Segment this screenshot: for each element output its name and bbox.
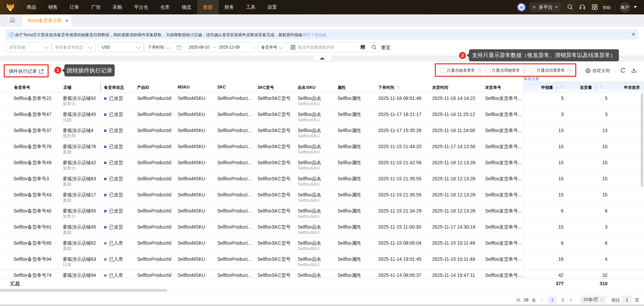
cell-declared: 10 (523, 144, 564, 149)
date-from[interactable]: 2025-09-10 (189, 45, 209, 50)
page-button-1[interactable]: 1 (548, 296, 557, 304)
table-row[interactable]: Sellfox备货单号49赛狐演示店铺42加拿大已送货SellfoxProduc… (0, 157, 644, 173)
horizontal-scrollbar[interactable] (0, 289, 167, 292)
cell-order-time: 2025-11-18 08:01:46 (378, 96, 421, 101)
tab-close-icon[interactable]: ✕ (65, 18, 69, 23)
cell-name-sku: Sellfox品名SellfoxSKU (298, 112, 321, 123)
nav-help[interactable]: 帮助 (603, 5, 611, 11)
help-icon[interactable]: ? (594, 86, 598, 90)
sort-icon[interactable] (561, 85, 564, 89)
nav-item-7[interactable]: 仓库 (154, 0, 176, 14)
cell-skc: SellfoxProduct... (217, 176, 251, 181)
search-icon[interactable] (371, 45, 377, 50)
apps-grid-icon[interactable] (592, 4, 598, 10)
checkbox-settle-anomaly[interactable]: 只显示结算异常 ? (530, 68, 572, 73)
account-avatar[interactable]: 账户 (620, 2, 630, 13)
table-row[interactable]: Sellfox备货单号3赛狐演示店铺63美国已送货SellfoxProductI… (0, 173, 644, 189)
help-icon[interactable]: ? (555, 86, 559, 90)
nav-item-3[interactable]: 订单 (64, 0, 85, 14)
table-row[interactable]: Sellfox备货单号81赛狐演示店铺45美国已送货SellfoxProduct… (0, 221, 644, 237)
help-icon[interactable]: ? (642, 86, 644, 90)
collapse-handle[interactable] (313, 56, 331, 61)
sellfox-logo-icon[interactable] (7, 3, 14, 11)
filter-shop-select[interactable]: 全部店铺 (6, 42, 51, 52)
help-icon[interactable]: ? (477, 68, 482, 73)
banner-close-icon[interactable]: ✕ (632, 32, 635, 37)
nav-item-8[interactable]: 物流 (176, 0, 197, 14)
table-row[interactable]: Sellfox备货单号74赛狐演示店铺94美国已入库SellfoxProduct… (0, 269, 644, 278)
customize-columns-button[interactable]: 自定义列 (585, 68, 610, 74)
filter-status-select[interactable]: 全部备货单状态 (52, 42, 96, 52)
cell-delivered: 13 (568, 128, 607, 133)
date-to[interactable]: 2025-12-09 (219, 45, 239, 50)
help-icon[interactable]: ? (567, 68, 572, 73)
page-button-2[interactable]: 2 (562, 297, 564, 302)
nav-item-12[interactable]: 设置 (261, 0, 283, 14)
vertical-scrollbar[interactable] (641, 93, 643, 187)
checkbox[interactable] (485, 68, 490, 73)
search-field-label[interactable]: 备货单号 (258, 45, 277, 50)
table-row[interactable]: Sellfox备货单号78赛狐演示店铺76美国已送货SellfoxProduct… (0, 141, 644, 157)
table-row[interactable]: Sellfox备货单号85赛狐演示店铺62美国已入库SellfoxProduct… (0, 237, 644, 253)
nav-item-5[interactable]: 采购 (107, 0, 128, 14)
search-input[interactable]: 双击可批量搜索内容 (298, 45, 334, 50)
sort-icon[interactable] (600, 85, 603, 89)
cell-order-no: Sellfox备货单号74 (13, 272, 52, 278)
tab-label: Temu备货单分析 (27, 18, 62, 24)
goto-page-input[interactable]: 1 (621, 296, 633, 304)
table-row[interactable]: Sellfox备货单号40赛狐演示店铺55加拿大已送货SellfoxProduc… (0, 205, 644, 221)
nav-item-1[interactable]: 商品 (21, 0, 42, 14)
col-skc-no: SKC货号 (257, 85, 274, 90)
col-order-time[interactable]: 下单时间 (378, 85, 400, 90)
exact-toggle[interactable]: 精 (360, 44, 365, 50)
nav-item-10[interactable]: 财务 (219, 0, 240, 14)
platform-selector[interactable]: 多平台 (529, 3, 561, 12)
sort-icon[interactable] (397, 85, 400, 89)
nav-item-6[interactable]: 平台仓 (128, 0, 154, 14)
filter-currency-select[interactable]: USD (99, 42, 144, 52)
col-delivered[interactable]: 送货量? (580, 85, 603, 90)
prev-page-button[interactable]: ‹ (541, 296, 542, 302)
nav-item-11[interactable]: 工具 (240, 0, 261, 14)
checkbox-stagnant-anomaly[interactable]: 只显示滞销异常 ? (485, 68, 527, 73)
col-diff[interactable]: 申发差异? (624, 85, 644, 90)
cell-product-id: SellfoxProductId (137, 144, 171, 149)
table-row[interactable]: Sellfox备货单号94赛狐演示店铺63日本已入库SellfoxProduct… (0, 253, 644, 269)
headset-icon[interactable] (579, 4, 585, 10)
checkbox[interactable] (530, 68, 535, 73)
filter-date-range[interactable]: 下单时间 2025-09-10 ~ 2025-12-09 (144, 42, 255, 52)
banner-link[interactable]: 插件下载指南 (302, 33, 327, 37)
cell-msku: SellfoxMSKU (178, 272, 205, 278)
cell-ship-time: 2025-11-18 14:14:22 (432, 96, 475, 101)
refresh-icon[interactable] (620, 68, 626, 73)
cell-ship-time: 2025-11-18 12:13:26 (432, 176, 475, 181)
table-row[interactable]: Sellfox备货单号22赛狐演示店铺92加拿大已送货SellfoxProduc… (0, 93, 644, 109)
home-icon[interactable] (10, 17, 15, 22)
col-label: 送货量 (580, 85, 592, 90)
nav-item-4[interactable]: 广告 (85, 0, 107, 14)
reset-button[interactable]: 重置 (381, 45, 391, 51)
next-page-button[interactable]: › (570, 296, 572, 302)
help-icon[interactable]: ? (522, 68, 527, 73)
column-group-inventory-analysis[interactable]: 库存分析 (523, 76, 539, 82)
date-field-label[interactable]: 下单时间 (144, 45, 164, 50)
page-size-select[interactable]: 20条/页 (580, 296, 606, 304)
search-icon[interactable] (567, 4, 573, 10)
window-scrollbar (0, 304, 644, 306)
nav-item-9[interactable]: 数据 (197, 0, 219, 14)
table-row[interactable]: Sellfox备货单号43赛狐演示店铺17美国已送货SellfoxProduct… (0, 189, 644, 205)
table-row[interactable]: Sellfox备货单号37赛狐演示店铺4墨西哥已送货SellfoxProduct… (0, 125, 644, 141)
status-dot (104, 129, 107, 132)
ai-badge[interactable]: AI (517, 3, 526, 11)
table-body: Sellfox备货单号22赛狐演示店铺92加拿大已送货SellfoxProduc… (0, 93, 644, 278)
account-chevron-icon[interactable] (634, 6, 637, 8)
col-declared[interactable]: 申报量? (541, 85, 564, 90)
download-icon[interactable] (631, 68, 637, 73)
filter-search-group: 备货单号 双击可批量搜索内容 精 (257, 42, 380, 52)
checkbox-recv-anomaly[interactable]: 只显示收发异常 ? (441, 68, 482, 73)
nav-item-2[interactable]: 销售 (42, 0, 64, 14)
status-dot (104, 242, 107, 245)
table-row[interactable]: Sellfox备货单号47赛狐演示店铺45法国已送货SellfoxProduct… (0, 109, 644, 125)
tab-temu-analysis[interactable]: Temu备货单分析 ✕ (23, 14, 71, 27)
checkbox[interactable] (441, 68, 445, 73)
